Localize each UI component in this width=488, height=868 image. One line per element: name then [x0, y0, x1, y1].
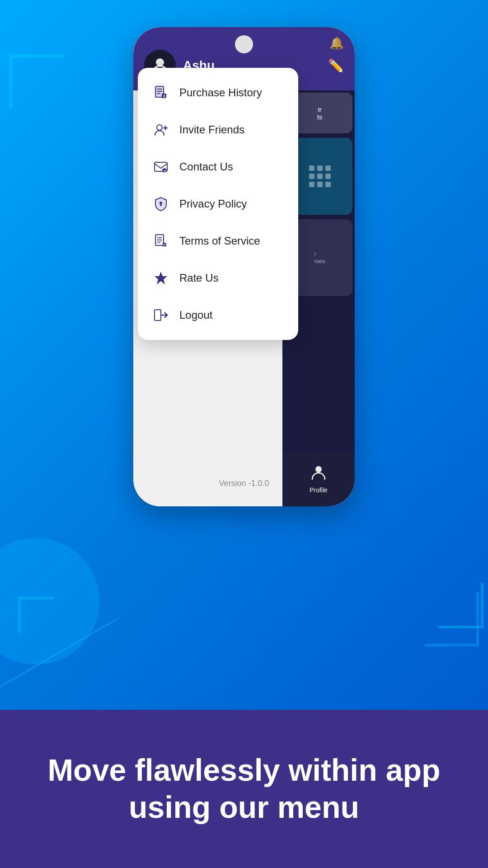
menu-label-invite-friends: Invite Friends [179, 123, 244, 136]
rate-us-icon [150, 268, 171, 288]
banner-text: Move flawlessly within app using our men… [47, 752, 440, 826]
svg-point-1 [156, 58, 164, 66]
svg-point-0 [315, 466, 322, 472]
menu-label-logout: Logout [179, 309, 212, 321]
grid-dots [305, 161, 335, 192]
purchase-history-icon: $ [150, 82, 171, 103]
menu-item-rate-us[interactable]: Rate Us [138, 259, 298, 297]
bg-decoration-tl [9, 54, 63, 108]
phone-mockup: ets [133, 27, 355, 506]
phone-screen: ets [133, 27, 355, 506]
menu-label-terms-of-service: Terms of Service [179, 235, 260, 247]
grid-dot [325, 182, 331, 187]
grid-dot [309, 174, 314, 179]
menu-item-logout[interactable]: Logout [138, 297, 298, 334]
menu-label-contact-us: Contact Us [179, 160, 233, 173]
terms-of-service-icon [150, 231, 171, 251]
menu-item-terms-of-service[interactable]: Terms of Service [138, 222, 298, 259]
banner-line2: using our menu [129, 790, 359, 824]
menu-label-rate-us: Rate Us [179, 272, 219, 284]
svg-text:$: $ [163, 94, 165, 98]
menu-panel: $ Purchase History I [138, 68, 298, 340]
menu-label-purchase-history: Purchase History [179, 86, 262, 99]
grid-dot [309, 165, 314, 171]
privacy-policy-icon [150, 193, 171, 214]
phone-frame: ets [133, 27, 355, 506]
grid-dot [317, 165, 323, 171]
invite-friends-icon [150, 119, 171, 140]
logout-icon [150, 305, 171, 326]
svg-rect-16 [160, 204, 162, 206]
grid-dot [317, 182, 323, 187]
grid-dot [317, 174, 323, 179]
edit-icon[interactable]: ✏️ [328, 58, 344, 73]
notification-bell-icon[interactable]: 🔔 [329, 36, 344, 50]
svg-marker-23 [155, 272, 167, 284]
menu-item-invite-friends[interactable]: Invite Friends [138, 111, 298, 148]
bg-decoration-br2 [425, 592, 479, 646]
menu-item-contact-us[interactable]: @ Contact Us [138, 148, 298, 185]
svg-rect-24 [155, 310, 161, 321]
menu-item-privacy-policy[interactable]: Privacy Policy [138, 185, 298, 222]
grid-dot [309, 182, 314, 187]
svg-text:@: @ [164, 170, 167, 173]
grid-dot [325, 165, 331, 171]
contact-us-icon: @ [150, 156, 171, 177]
bottom-banner: Move flawlessly within app using our men… [0, 710, 488, 868]
svg-point-9 [157, 125, 162, 130]
menu-item-purchase-history[interactable]: $ Purchase History [138, 74, 298, 111]
version-text: Version -1.0.0 [133, 479, 355, 488]
menu-label-privacy-policy: Privacy Policy [179, 198, 247, 210]
phone-notch [235, 35, 253, 53]
banner-line1: Move flawlessly within app [47, 753, 440, 787]
grid-dot [325, 174, 331, 179]
bg-circle-left [0, 538, 99, 665]
svg-rect-17 [155, 235, 164, 245]
